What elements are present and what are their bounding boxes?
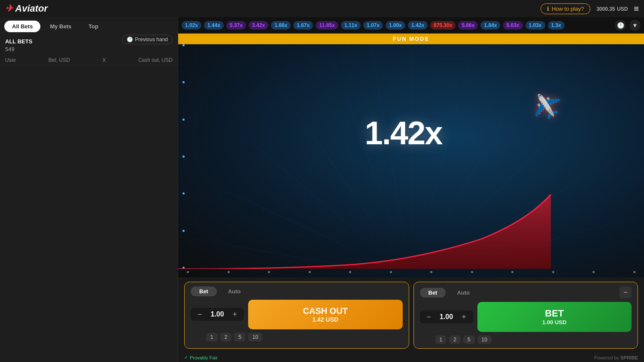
tab-my-bets[interactable]: My Bets [42,21,79,32]
quick-2-left[interactable]: 2 [220,333,232,341]
prev-hand-label: Previous hand [135,37,168,43]
provably-fair-label: Provably Fair [190,355,218,360]
right-tab-auto[interactable]: Auto [448,288,478,298]
menu-button[interactable]: ≡ [634,4,639,14]
multiplier-badge: 5.63x [503,21,522,30]
multiplier-value: 1.42x [365,115,442,151]
logo: ✈ Aviator [5,3,48,14]
left-tab-auto[interactable]: Auto [219,286,249,296]
left-quick-amounts: 1 2 5 10 [191,333,403,341]
game-area: 1.02x1.44x5.37x3.42x1.66x1.67x11.85x1.11… [178,17,644,362]
sunray [411,79,610,277]
left-tab-bet[interactable]: Bet [191,286,217,296]
sidebar-tabs: All Bets My Bets Top [0,17,178,36]
col-user: User [5,57,16,63]
sunray [178,159,412,277]
quick-1-left[interactable]: 1 [206,333,218,341]
expand-button[interactable]: ▼ [629,20,641,31]
x-dot [187,271,189,273]
bet-sub-label: 1.00 USD [542,319,566,326]
powered-by: Powered by SPRIBE [594,355,638,360]
bets-list [0,65,178,362]
cash-out-button[interactable]: CASH OUT 1.42 USD [248,300,403,329]
multiplier-badge: 875.30x [430,21,456,30]
how-to-play-button[interactable]: ℹ How to play? [541,3,590,14]
y-dot [182,155,185,158]
bet-button[interactable]: BET 1.00 USD [477,302,632,332]
left-amount-control: − 1.00 + [191,308,244,321]
currency-label: USD [617,6,628,12]
left-decrease-button[interactable]: − [195,310,204,319]
history-button[interactable]: 🕐 [615,20,626,31]
y-dot [182,192,185,195]
cash-out-main-label: CASH OUT [303,306,348,316]
fun-mode-text: FUN MODE [393,36,429,42]
sunray [316,44,412,277]
multiplier-badge: 1.84x [480,21,500,30]
bets-columns-header: User Bet, USD X Cash out, USD [0,54,178,65]
previous-hand-button[interactable]: 🕐 Previous hand [122,35,173,44]
y-axis [182,44,185,269]
panel-tabs-left: Bet Auto [191,286,403,296]
multiplier-badge: 1.00x [386,21,405,30]
bet-main-label: BET [545,308,564,319]
sunray [411,44,552,277]
multiplier-badge: 1.02x [182,21,201,30]
header-right: ℹ How to play? 3000.35 USD ≡ [541,3,639,14]
main-layout: All Bets My Bets Top ALL BETS 549 🕐 Prev… [0,17,644,362]
x-dot [633,271,635,273]
y-dot [182,267,185,269]
sunray [197,97,412,277]
x-dot [552,271,554,273]
left-increase-button[interactable]: + [230,310,240,319]
how-to-play-label: How to play? [552,6,584,12]
question-icon: ℹ [547,6,549,12]
right-panel-row: − 1.00 + BET 1.00 USD [420,302,632,332]
balance-value: 3000.35 [596,6,615,12]
multiplier-badge: 5.37x [226,21,246,30]
sunray [411,204,644,277]
right-amount-value: 1.00 [438,313,455,321]
sunray [362,44,412,277]
quick-5-right[interactable]: 5 [463,335,475,344]
quick-1-right[interactable]: 1 [435,335,447,344]
sunray [411,44,485,277]
right-panel-close-button[interactable]: − [620,286,632,298]
right-quick-amounts: 1 2 5 10 [420,335,632,344]
col-bet: Bet, USD [49,57,70,63]
multiplier-badge: 5.66x [458,21,478,30]
quick-5-left[interactable]: 5 [234,333,246,341]
y-dot [182,230,185,232]
fun-mode-banner: FUN MODE [178,33,644,44]
quick-10-left[interactable]: 10 [248,333,262,341]
quick-2-right[interactable]: 2 [449,335,461,344]
provably-fair: ✓ Provably Fair [184,355,218,360]
col-cashout: Cash out, USD [138,57,173,63]
tab-top[interactable]: Top [81,21,106,32]
tab-all-bets[interactable]: All Bets [4,21,40,32]
shield-icon: ✓ [184,355,188,360]
y-dot [182,44,185,46]
clock-icon: 🕐 [127,37,133,43]
x-dot [268,271,270,273]
right-decrease-button[interactable]: − [424,312,434,322]
right-amount-control: − 1.00 + [420,310,473,323]
bar-icons: 🕐 ▼ [615,20,641,31]
multiplier-badge: 1.44x [204,21,224,30]
sunray [411,44,412,277]
sunray [411,137,644,277]
x-dot [430,271,432,273]
bets-header: ALL BETS 549 🕐 Previous hand [0,36,178,54]
right-increase-button[interactable]: + [459,312,469,322]
x-dot [228,271,230,273]
quick-10-right[interactable]: 10 [477,335,492,344]
sunray [251,48,412,277]
footer: ✓ Provably Fair Powered by SPRIBE [178,353,644,362]
multiplier-badge: 1.03x [526,21,545,30]
bet-panel-right: Bet Auto − − 1.00 + BET 1.00 USD [413,282,638,349]
right-tab-bet[interactable]: Bet [420,288,446,298]
sidebar: All Bets My Bets Top ALL BETS 549 🕐 Prev… [0,17,178,362]
left-panel-row: − 1.00 + CASH OUT 1.42 USD [191,300,403,329]
x-axis [187,271,635,273]
x-dot [309,271,311,273]
